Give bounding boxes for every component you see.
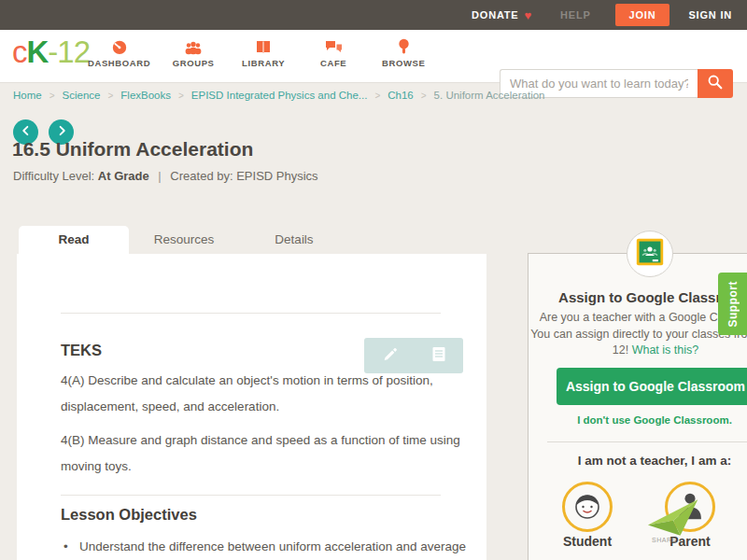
logo-part-c: c bbox=[12, 35, 27, 69]
join-button[interactable]: JOIN bbox=[615, 4, 670, 26]
main-nav: DASHBOARD GROUPS LIBRARY CAFE bbox=[88, 37, 430, 68]
breadcrumb-chapter[interactable]: Ch16 bbox=[388, 90, 414, 101]
breadcrumb-flexbooks[interactable]: FlexBooks bbox=[120, 90, 171, 101]
tab-details[interactable]: Details bbox=[239, 226, 349, 254]
divider bbox=[547, 441, 747, 442]
lesson-content-card: TEKS 4(A) Describe and calculate an obje… bbox=[17, 254, 486, 560]
student-label[interactable]: Student bbox=[550, 534, 625, 549]
breadcrumb-separator: > bbox=[49, 91, 55, 101]
library-book-icon bbox=[236, 37, 290, 55]
sign-in-button[interactable]: SIGN IN bbox=[688, 9, 732, 21]
teks-item-b: 4(B) Measure and graph distance and spee… bbox=[61, 427, 486, 480]
student-role-button[interactable] bbox=[562, 482, 613, 532]
nav-label: CAFE bbox=[306, 58, 360, 68]
site-header: cK-12 DASHBOARD GROUPS LIBRARY bbox=[0, 30, 747, 83]
google-classroom-icon bbox=[636, 238, 664, 270]
classroom-panel-heading: Assign to Google Classroom bbox=[529, 289, 747, 305]
tab-resources[interactable]: Resources bbox=[129, 226, 239, 254]
share-label: SHARE bbox=[652, 537, 677, 543]
difficulty-label: Difficulty Level: bbox=[13, 169, 94, 183]
share-widget[interactable] bbox=[647, 498, 701, 541]
google-classroom-panel: Assign to Google Classroom Are you a tea… bbox=[528, 253, 747, 560]
breadcrumb-book[interactable]: EPISD Integrated Physics and Che... bbox=[191, 90, 368, 101]
nav-item-cafe[interactable]: CAFE bbox=[306, 37, 360, 68]
what-is-this-link[interactable]: What is this? bbox=[632, 343, 699, 357]
dont-use-classroom-link[interactable]: I don't use Google Classroom. bbox=[529, 414, 747, 426]
breadcrumb-home[interactable]: Home bbox=[13, 90, 42, 101]
support-tab[interactable]: Support bbox=[718, 273, 747, 335]
donate-link[interactable]: DONATE ♥ bbox=[472, 8, 532, 22]
search-button[interactable] bbox=[698, 69, 733, 98]
breadcrumb-science[interactable]: Science bbox=[63, 90, 101, 101]
created-by-label: Created by: bbox=[170, 169, 233, 183]
roles-heading: I am not a teacher, I am a: bbox=[529, 454, 747, 468]
donate-label: DONATE bbox=[472, 9, 518, 21]
lesson-meta: Difficulty Level: At Grade | Created by:… bbox=[13, 169, 318, 183]
nav-item-library[interactable]: LIBRARY bbox=[236, 37, 290, 68]
breadcrumb-separator: > bbox=[178, 91, 184, 101]
page-title: 16.5 Uniform Acceleration bbox=[12, 138, 253, 161]
logo-part-k: K bbox=[27, 35, 49, 69]
content-tabs: Read Resources Details bbox=[19, 226, 349, 254]
cafe-chat-icon bbox=[306, 37, 360, 55]
difficulty-value: At Grade bbox=[98, 169, 149, 183]
groups-people-icon bbox=[166, 37, 220, 55]
assign-to-classroom-button[interactable]: Assign to Google Classroom bbox=[557, 368, 747, 405]
document-icon bbox=[431, 346, 446, 365]
pencil-icon bbox=[382, 347, 397, 365]
nav-label: LIBRARY bbox=[236, 58, 290, 68]
nav-label: BROWSE bbox=[376, 58, 430, 68]
classroom-badge bbox=[627, 231, 673, 277]
created-by-value: EPISD Physics bbox=[236, 169, 317, 183]
ck12-lesson-page: DONATE ♥ HELP JOIN SIGN IN cK-12 DASHBOA… bbox=[0, 0, 747, 560]
classroom-panel-text: Are you a teacher with a Google Classroo… bbox=[530, 310, 747, 359]
nav-label: GROUPS bbox=[166, 58, 220, 68]
lesson-objectives-heading: Lesson Objectives bbox=[61, 506, 197, 524]
ck12-logo[interactable]: cK-12 bbox=[12, 35, 90, 70]
dashboard-gauge-icon bbox=[88, 37, 150, 55]
browse-bulb-icon bbox=[376, 37, 430, 55]
nav-item-browse[interactable]: BROWSE bbox=[376, 37, 430, 68]
divider bbox=[61, 313, 441, 314]
breadcrumb: Home > Science > FlexBooks > EPISD Integ… bbox=[13, 90, 544, 101]
support-tab-label: Support bbox=[726, 281, 740, 328]
heart-icon: ♥ bbox=[524, 8, 532, 22]
meta-divider: | bbox=[158, 169, 161, 183]
student-face-icon bbox=[571, 488, 604, 525]
breadcrumb-separator: > bbox=[421, 91, 427, 101]
tab-read[interactable]: Read bbox=[19, 226, 129, 254]
logo-part-12: -12 bbox=[48, 35, 90, 69]
search-icon bbox=[707, 74, 724, 93]
objective-item: Understand the difference between unifor… bbox=[63, 535, 484, 559]
top-utility-bar: DONATE ♥ HELP JOIN SIGN IN bbox=[0, 0, 747, 30]
teks-heading: TEKS bbox=[61, 342, 102, 359]
nav-label: DASHBOARD bbox=[88, 58, 150, 68]
breadcrumb-separator: > bbox=[107, 91, 113, 101]
nav-item-groups[interactable]: GROUPS bbox=[166, 37, 220, 68]
nav-item-dashboard[interactable]: DASHBOARD bbox=[88, 37, 150, 68]
breadcrumb-separator: > bbox=[374, 91, 380, 101]
help-link[interactable]: HELP bbox=[560, 9, 591, 21]
divider bbox=[61, 495, 441, 496]
breadcrumb-current: 5. Uniform Acceleration bbox=[434, 90, 545, 101]
teks-item-a: 4(A) Describe and calculate an object's … bbox=[61, 368, 486, 420]
